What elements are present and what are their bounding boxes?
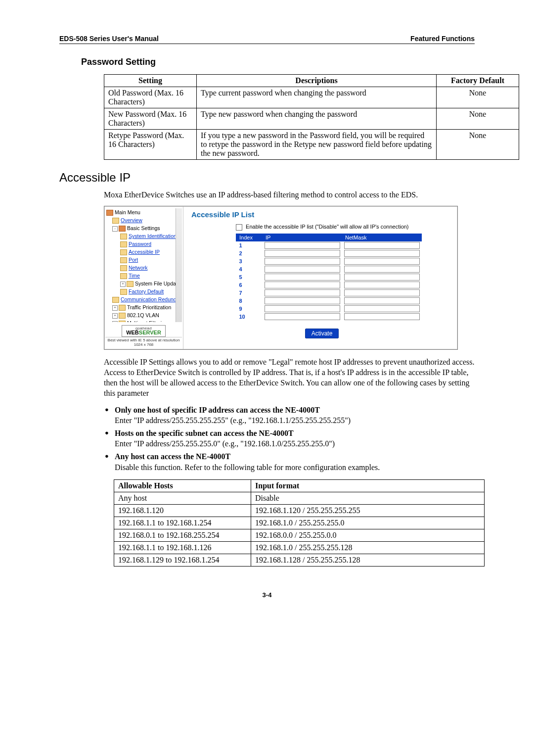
nav-port[interactable]: Port (129, 257, 138, 263)
nav-time[interactable]: Time (129, 273, 140, 279)
netmask-input[interactable] (344, 313, 420, 320)
table-row: 192.168.0.1 to 192.168.255.254192.168.0.… (114, 529, 485, 542)
ip-input[interactable] (265, 282, 340, 288)
folder-icon (106, 210, 113, 216)
nav-network[interactable]: Network (129, 265, 148, 271)
nav-comm-redundancy[interactable]: Communication Redundancy (121, 296, 182, 302)
folder-icon (127, 281, 134, 287)
enable-accessible-ip-row: Enable the accessible IP list ("Disable"… (236, 224, 452, 231)
brand-web: WEB (126, 330, 139, 335)
accessible-ip-intro: Moxa EtherDevice Switches use an IP addr… (104, 189, 475, 200)
ip-row-index: 1 (236, 241, 263, 249)
nav-accessible-ip[interactable]: Accessible IP (129, 249, 160, 255)
ip-input[interactable] (265, 289, 340, 296)
expand-icon[interactable]: + (112, 321, 118, 322)
col-allowable-hosts: Allowable Hosts (114, 480, 251, 492)
bullet-body: Enter "IP address/255.255.255.0" (e.g., … (115, 439, 335, 448)
ip-row-index: 5 (236, 273, 263, 281)
ip-input[interactable] (265, 250, 340, 257)
ip-row: 4 (236, 265, 422, 273)
table-row: 192.168.1.129 to 192.168.1.254192.168.1.… (114, 554, 485, 567)
bullet-title: Hosts on the specific subnet can access … (115, 429, 294, 437)
bullet-body: Disable this function. Refer to the foll… (115, 463, 380, 472)
col-index: Index (236, 234, 263, 241)
list-item: Hosts on the specific subnet can access … (104, 428, 475, 449)
folder-icon (120, 257, 127, 263)
netmask-input[interactable] (344, 289, 420, 296)
ip-row-index: 7 (236, 289, 263, 297)
nav-tree: Main Menu Overview -Basic Settings Syste… (104, 206, 183, 349)
doc-header: EDS-508 Series User's Manual Featured Fu… (59, 35, 475, 44)
nav-traffic-prioritization[interactable]: Traffic Prioritization (127, 304, 171, 310)
expand-icon[interactable]: + (112, 305, 118, 311)
ip-row: 7 (236, 289, 422, 297)
netmask-input[interactable] (344, 297, 420, 304)
allowable-hosts-table: Allowable Hosts Input format Any hostDis… (114, 479, 485, 567)
table-row: Any hostDisable (114, 492, 485, 505)
scroll-up-icon[interactable] (176, 209, 181, 214)
ip-input[interactable] (265, 266, 340, 273)
nav-overview[interactable]: Overview (121, 217, 142, 223)
nav-system-file-update[interactable]: System File Update (135, 281, 180, 286)
table-row: New Password (Max. 16 Characters) Type n… (104, 108, 519, 130)
bullet-title: Only one host of specific IP address can… (115, 406, 320, 414)
nav-system-identification[interactable]: System Identification (129, 233, 177, 239)
netmask-input[interactable] (344, 266, 420, 273)
ip-row-index: 10 (236, 313, 263, 321)
ip-row: 6 (236, 281, 422, 289)
folder-icon (119, 305, 126, 311)
ip-row: 10 (236, 313, 422, 321)
netmask-input[interactable] (344, 282, 420, 288)
expand-icon[interactable]: + (112, 313, 118, 319)
nav-8021q-vlan[interactable]: 802.1Q VLAN (127, 312, 159, 318)
pane-title: Accessible IP List (191, 210, 452, 219)
scroll-down-icon[interactable] (176, 316, 181, 321)
enable-accessible-ip-label: Enable the accessible IP list ("Disable"… (246, 224, 408, 230)
folder-icon (120, 265, 127, 271)
ip-input[interactable] (265, 313, 340, 320)
folder-icon (120, 234, 127, 239)
netmask-input[interactable] (344, 258, 420, 265)
accessible-ip-after-text: Accessible IP Settings allows you to add… (104, 357, 475, 398)
ip-input[interactable] (265, 242, 340, 249)
folder-icon (120, 249, 127, 255)
netmask-input[interactable] (344, 250, 420, 257)
password-setting-table: Setting Descriptions Factory Default Old… (104, 74, 519, 160)
ip-input[interactable] (265, 297, 340, 304)
netmask-input[interactable] (344, 242, 420, 249)
ip-row-index: 6 (236, 281, 263, 289)
col-factory-default: Factory Default (437, 75, 519, 87)
collapse-icon[interactable]: - (112, 226, 118, 232)
bullet-title: Any host can access the NE-4000T (115, 452, 230, 461)
ip-row-index: 8 (236, 297, 263, 305)
col-descriptions: Descriptions (197, 75, 437, 87)
ip-input[interactable] (265, 274, 340, 281)
nav-main-menu[interactable]: Main Menu (115, 209, 140, 215)
doc-header-left: EDS-508 Series User's Manual (59, 35, 159, 43)
table-row: 192.168.1.1 to 192.168.1.126192.168.1.0 … (114, 542, 485, 554)
expand-icon[interactable]: + (120, 282, 126, 287)
webserver-brand: goahead WEBSERVER (105, 325, 182, 337)
activate-button[interactable]: Activate (305, 329, 339, 338)
accessible-ip-heading: Accessible IP (59, 171, 475, 185)
ip-row-index: 2 (236, 249, 263, 257)
ip-row: 1 (236, 241, 422, 249)
nav-factory-default[interactable]: Factory Default (129, 288, 164, 294)
nav-multicast-filtering[interactable]: Multicast Filtering (127, 320, 168, 322)
netmask-input[interactable] (344, 305, 420, 312)
col-setting: Setting (104, 75, 197, 87)
accessible-ip-screenshot: Main Menu Overview -Basic Settings Syste… (104, 206, 458, 350)
enable-accessible-ip-checkbox[interactable] (236, 224, 242, 231)
netmask-input[interactable] (344, 274, 420, 281)
ip-input[interactable] (265, 258, 340, 265)
page-number: 3-4 (59, 591, 475, 599)
ip-list-table: Index IP NetMask 12345678910 (236, 234, 422, 321)
folder-icon (120, 273, 127, 279)
col-ip: IP (263, 234, 342, 241)
ip-input[interactable] (265, 305, 340, 312)
nav-password[interactable]: Password (129, 241, 151, 247)
nav-basic-settings[interactable]: Basic Settings (127, 225, 160, 231)
brand-server: SERVER (139, 330, 161, 335)
folder-icon (112, 218, 119, 224)
table-row: Retype Password (Max. 16 Characters) If … (104, 130, 519, 160)
